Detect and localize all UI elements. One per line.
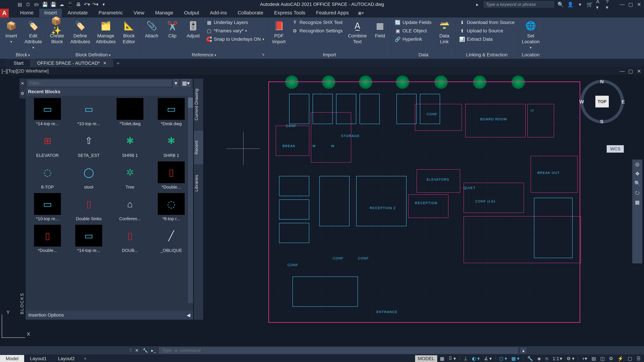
pan-icon[interactable]: ✥ [635, 171, 640, 177]
file-tab-new[interactable]: ＋ [113, 60, 123, 66]
exchange-icon[interactable]: 🛒 [586, 1, 593, 8]
ole-object-button[interactable]: ▣OLE Object [394, 27, 433, 34]
canvas[interactable]: STORAGE BREAK M W ELEVATORS RECEPTION RE… [258, 75, 629, 346]
signin-dropdown-icon[interactable]: ▾ [576, 1, 583, 8]
hardware-accel-icon[interactable]: ⚡ [616, 355, 625, 362]
vp-maximize-icon[interactable]: ▢ [627, 68, 634, 74]
frames-button[interactable]: ▢*Frames vary* ▾ [205, 27, 266, 34]
mobile-icon[interactable]: 📱 [67, 1, 73, 7]
open-icon[interactable]: 🗁 [34, 1, 40, 7]
palette-settings-icon[interactable]: ⚙ [21, 91, 24, 96]
combine-text-button[interactable]: A̲Combine Text [346, 19, 368, 45]
status-model[interactable]: MODEL [415, 355, 437, 362]
isodraft-icon[interactable]: ∡ ▾ [482, 355, 494, 362]
saveas-icon[interactable]: 💾 [50, 1, 56, 7]
recognize-shx-button[interactable]: ŦRecognize SHX Text [290, 19, 344, 26]
insert-block-button[interactable]: 📦Insert▾ [2, 19, 20, 45]
layout-tab-model[interactable]: Model [0, 355, 24, 362]
extract-data-button[interactable]: 📊Extract Data [458, 35, 516, 43]
create-block-button[interactable]: 📦✨Create Block [48, 19, 66, 45]
ribbon-collapse-icon[interactable]: ▣▾ [358, 11, 364, 15]
layout-tab-layout2[interactable]: Layout2 [52, 355, 80, 362]
edit-attribute-button[interactable]: 🏷️Edit Attribute▾ [23, 19, 44, 51]
tab-featuredapps[interactable]: Featured Apps [311, 8, 354, 17]
block-item[interactable]: ▭*10-top re... [69, 98, 108, 126]
define-attributes-button[interactable]: 🏷️Define Attributes [68, 19, 92, 45]
layout-tab-layout1[interactable]: Layout1 [24, 355, 52, 362]
tab-insert[interactable]: Insert [39, 8, 62, 17]
vtab-recent[interactable]: Recent [194, 130, 203, 164]
tab-expresstools[interactable]: Express Tools [269, 8, 310, 17]
lineweight-icon[interactable]: 🔧 [526, 355, 535, 362]
block-item[interactable]: ✱SHRB 1 [152, 130, 191, 158]
block-item[interactable]: ▭*10-top re... [28, 193, 67, 221]
tab-view[interactable]: View [128, 8, 149, 17]
vp-close-icon[interactable]: ✕ [636, 68, 642, 74]
dyn-input-icon[interactable]: +▾ [580, 355, 589, 362]
panel-blockdef-title[interactable]: Block Definition▾ [48, 51, 138, 59]
update-fields-button[interactable]: 🔄Update Fields [394, 19, 433, 26]
clip-button[interactable]: ✂️Clip [163, 19, 182, 40]
block-item[interactable]: ✲Tree [110, 161, 150, 190]
help-search-input[interactable]: Type a keyword or phrase [484, 1, 554, 8]
cmdline-grip[interactable]: ⠿ [129, 348, 132, 353]
block-item[interactable]: ▯Double Sinks [69, 193, 108, 221]
file-tab-close-icon[interactable]: ✕ [103, 61, 106, 65]
block-item[interactable]: ◌*8-top r... [152, 193, 191, 221]
block-item[interactable]: *Toilet.dwg [110, 98, 150, 126]
layout-tab-add[interactable]: ＋ [80, 355, 90, 362]
vtab-current-drawing[interactable]: Current Drawing [194, 78, 203, 130]
snap-underlays-button[interactable]: 🧲Snap to Underlays ON ▾ [205, 35, 266, 43]
block-item[interactable]: ⇧SETA_EST [69, 130, 108, 158]
upload-source-button[interactable]: ⬆Upload to Source [458, 27, 516, 34]
save-icon[interactable]: 💾 [42, 1, 48, 7]
otrack-icon[interactable]: ▦ ▾ [510, 355, 521, 362]
file-tab-doc[interactable]: OFFICE SPACE - AUTOCAD*✕ [30, 59, 113, 67]
drawing-area[interactable]: ✕ ⚙ BLOCKS ▾ ▦▾ Recent Blocks ▭*14-top r… [0, 75, 644, 346]
attach-button[interactable]: 📎Attach [142, 19, 161, 40]
tab-parametric[interactable]: Parametric [94, 8, 128, 17]
new-icon[interactable]: 🗋 [25, 1, 31, 7]
units-icon[interactable]: ◫ [598, 355, 606, 362]
cmdline-history-icon[interactable]: ▴ [520, 348, 526, 354]
file-tab-start[interactable]: Start [7, 59, 30, 67]
vtab-libraries[interactable]: Libraries [194, 165, 203, 202]
tab-manage[interactable]: Manage [150, 8, 178, 17]
vp-minimize-icon[interactable]: — [619, 68, 626, 74]
block-item[interactable]: ▭*Desk.dwg [152, 98, 191, 126]
orbit-icon[interactable]: ⭮ [635, 190, 640, 196]
download-source-button[interactable]: ⬇Download from Source [458, 19, 516, 26]
tab-annotate[interactable]: Annotate [62, 8, 93, 17]
snap-icon[interactable]: ⠿ ▾ [447, 355, 458, 362]
zoom-extents-icon[interactable]: 🔍 [634, 180, 640, 186]
panel-block-title[interactable]: Block▾ [2, 51, 44, 59]
manage-attributes-button[interactable]: 🗂️Manage Attributes [94, 19, 118, 45]
filter-dropdown-icon[interactable]: ▾ [173, 79, 179, 87]
tab-collaborate[interactable]: Collaborate [232, 8, 268, 17]
cmdline-customize-icon[interactable]: 🔧 [142, 348, 148, 354]
web-save-icon[interactable]: ☁ [59, 1, 65, 7]
osnap-icon[interactable]: ◻ ▾ [498, 355, 509, 362]
app-store-icon[interactable]: Å ▾ [596, 1, 603, 8]
block-item[interactable]: ✱SHRB 1 [110, 130, 150, 158]
workspace-icon[interactable]: ⚙ [607, 355, 615, 362]
set-location-button[interactable]: 🌐Set Location▾ [520, 19, 541, 51]
clean-screen-icon[interactable]: ▢ [626, 355, 634, 362]
pdf-import-button[interactable]: 📕PDF Import [270, 19, 288, 45]
tab-output[interactable]: Output [179, 8, 204, 17]
viewcube[interactable]: TOP N S E W [580, 80, 624, 123]
search-icon[interactable]: 🔍 [557, 1, 564, 8]
underlay-layers-button[interactable]: ▦Underlay Layers [205, 19, 266, 26]
block-item[interactable]: ▭*14-top re... [69, 225, 108, 253]
block-item[interactable]: ⊞ELEVATOR [28, 130, 67, 158]
insertion-options[interactable]: Insertion Options◀ [26, 311, 193, 320]
steering-wheel-icon[interactable]: ◎ [635, 161, 640, 167]
hyperlink-button[interactable]: 🔗Hyperlink [394, 35, 433, 43]
block-item[interactable]: ⌂Conferen... [110, 193, 150, 221]
thumbnail-size-icon[interactable]: ▦▾ [180, 79, 191, 87]
close-icon[interactable]: ✕ [636, 1, 642, 8]
quickprops-icon[interactable]: ▤ [590, 355, 598, 362]
minimize-icon[interactable]: — [619, 1, 626, 8]
viewport-label[interactable]: [–][Top][2D Wireframe] [2, 68, 49, 74]
data-link-button[interactable]: 🗃️Data Link [435, 19, 454, 45]
